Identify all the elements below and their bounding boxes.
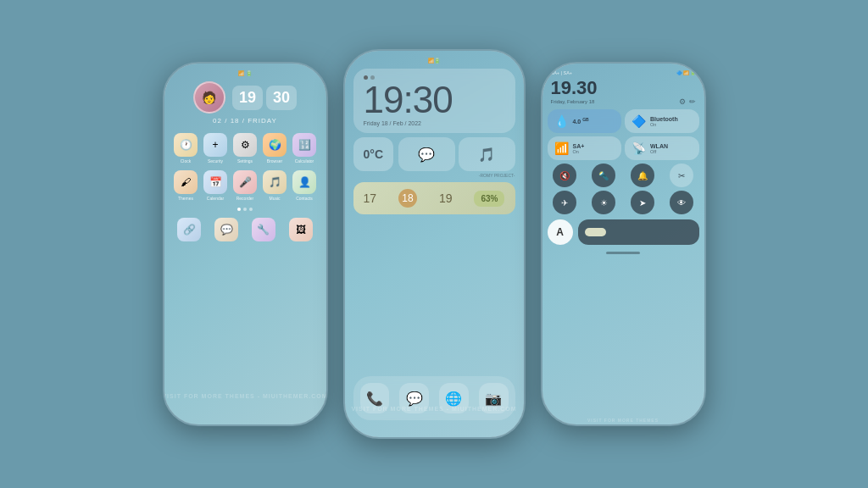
tools-icon: 🔧: [252, 218, 275, 241]
security-label: Security: [208, 158, 223, 164]
bluetooth-sub: On: [650, 122, 678, 127]
avatar: 🧑: [193, 81, 225, 114]
torch-btn[interactable]: 🔦: [592, 164, 615, 187]
bluetooth-text: Bluetooth On: [650, 116, 678, 127]
sa-tile[interactable]: 📶 SA+ On: [548, 136, 622, 160]
ctrl-tile-grid: 💧 4.0 GB 🔷 Bluetooth On 📶 SA+: [548, 109, 699, 160]
themes-label: Themes: [178, 196, 193, 201]
wlan-title: WLAN: [650, 143, 668, 149]
num-17: 17: [364, 191, 377, 205]
status-icons-left: 📶 🔋: [238, 70, 252, 76]
music-widget-icon[interactable]: 🎵: [459, 137, 515, 171]
battery-status-icon: 🔋: [690, 70, 696, 75]
right-status-left: SA+ | SA+: [551, 70, 573, 75]
bluetooth-status-icon: 🔷: [676, 70, 682, 75]
mid-status-bar: 📶🔋: [345, 51, 524, 65]
brightness-fill: [585, 228, 606, 236]
recorder-icon: 🎤: [233, 170, 257, 194]
browser-icon: 🌍: [263, 133, 287, 157]
number-widget: 17 18 19 63%: [353, 182, 515, 214]
app-themes[interactable]: 🖌 Themes: [173, 170, 199, 201]
settings-icon: ⚙: [233, 133, 257, 157]
ctrl-btn-row2: ✈ ☀ ➤ 👁: [548, 191, 699, 214]
mid-status-icons: 📶🔋: [428, 58, 440, 64]
wlan-tile[interactable]: 📡 WLAN Off: [625, 136, 699, 160]
whatsapp-icon[interactable]: 💬: [398, 137, 455, 171]
app-music[interactable]: 🎵 Music: [262, 170, 288, 201]
temp-value: 0°C: [364, 147, 384, 161]
percent-badge: 63%: [474, 191, 504, 207]
calc-label: Calculator: [295, 158, 314, 164]
left-status-bar: 📶 🔋: [164, 64, 326, 78]
app-security[interactable]: + Security: [203, 133, 229, 164]
sa-sub: On: [573, 149, 585, 154]
phone-middle: 📶🔋 19:30 Friday 18 / Feb / 2022 0°C 💬 🎵: [343, 49, 526, 439]
app-calendar[interactable]: 📅 Calendar: [203, 170, 229, 201]
wifi-status-icon: 📶: [683, 70, 689, 75]
middle-screen: 📶🔋 19:30 Friday 18 / Feb / 2022 0°C 💬 🎵: [345, 51, 524, 437]
more-icon[interactable]: ✏: [689, 97, 696, 106]
recorder-label: Recorder: [236, 196, 254, 201]
nfc-btn[interactable]: ✂: [670, 164, 693, 187]
data-text: 4.0 GB: [573, 117, 589, 125]
auto-brightness-btn[interactable]: A: [548, 219, 573, 245]
mid-date-display: Friday 18 / Feb / 2022: [364, 120, 505, 126]
clock-label: Clock: [181, 158, 192, 164]
wlan-text: WLAN Off: [650, 143, 668, 154]
brightness-btn[interactable]: ☀: [592, 191, 615, 214]
brightness-bar[interactable]: [578, 219, 699, 245]
right-time-row: 19.30: [548, 77, 699, 99]
phones-container: 📶 🔋 🧑 19 30 02 / 18 / FRIDAY 🕐 Clock +: [163, 49, 706, 439]
app-contacts[interactable]: 👤 Contacts: [292, 170, 318, 201]
bluetooth-tile-icon: 🔷: [632, 114, 646, 128]
right-status-bar: SA+ | SA+ 🔷 📶 🔋: [548, 69, 699, 77]
airplane-btn[interactable]: ✈: [553, 191, 576, 214]
num-19: 19: [439, 191, 453, 205]
ctrl-btn-row1: 🔇 🔦 🔔 ✂: [548, 164, 699, 187]
wlan-icon: 📡: [632, 141, 646, 155]
app-shortcuts: 💬 🎵: [398, 137, 515, 171]
gallery-icon: 🖼: [289, 218, 313, 241]
eye-btn[interactable]: 👁: [670, 191, 693, 214]
dot-2: [243, 208, 247, 211]
bluetooth-tile[interactable]: 🔷 Bluetooth On: [625, 109, 699, 133]
sa-icon: 📶: [554, 141, 569, 155]
app-gallery[interactable]: 🖼: [284, 218, 318, 241]
app-browser[interactable]: 🌍 Browser: [262, 133, 288, 164]
sa-title: SA+: [573, 143, 585, 149]
time-min-left: 30: [266, 86, 297, 110]
vibrate-btn[interactable]: 🔇: [553, 164, 576, 187]
data-label: 4.0 GB: [573, 117, 589, 125]
music-label: Music: [269, 196, 280, 201]
location-btn[interactable]: ➤: [631, 191, 654, 214]
sms-icon: 💬: [214, 218, 238, 241]
app-sms[interactable]: 💬: [209, 218, 243, 241]
app-share[interactable]: 🔗: [173, 218, 207, 241]
data-tile[interactable]: 💧 4.0 GB: [548, 109, 622, 133]
app-recorder[interactable]: 🎤 Recorder: [232, 170, 259, 201]
right-screen: SA+ | SA+ 🔷 📶 🔋 19.30 Friday, February 1…: [542, 64, 704, 424]
app-settings[interactable]: ⚙ Settings: [232, 133, 259, 164]
contacts-icon: 👤: [292, 170, 316, 194]
contacts-label: Contacts: [296, 196, 313, 201]
bottom-dock-left: 🔗 💬 🔧 🖼: [164, 214, 326, 245]
temp-widget: 0°C: [353, 137, 394, 171]
app-calc[interactable]: 🔢 Calculator: [292, 133, 318, 164]
app-clock[interactable]: 🕐 Clock: [173, 133, 199, 164]
phone-right: SA+ | SA+ 🔷 📶 🔋 19.30 Friday, February 1…: [541, 62, 706, 426]
bluetooth-title: Bluetooth: [650, 116, 678, 122]
mid-time-widget: 19:30 Friday 18 / Feb / 2022: [353, 69, 515, 133]
time-hour-left: 19: [232, 86, 263, 110]
alarm-btn[interactable]: 🔔: [631, 164, 654, 187]
ctrl-bottom-row: A: [548, 219, 699, 245]
edit-icon[interactable]: ⚙: [679, 97, 686, 106]
num-18-highlighted: 18: [398, 189, 417, 208]
watermark-left: VISIT FOR MORE THEMES - MIUITHEMER.COM: [164, 393, 326, 399]
mid-widgets-row: 0°C 💬 🎵: [353, 137, 515, 171]
calendar-label: Calendar: [207, 196, 224, 201]
app-tools[interactable]: 🔧: [247, 218, 281, 241]
clock-icon: 🕐: [174, 133, 198, 157]
left-screen: 📶 🔋 🧑 19 30 02 / 18 / FRIDAY 🕐 Clock +: [164, 64, 326, 424]
home-indicator: [606, 252, 640, 254]
settings-label: Settings: [237, 158, 253, 164]
